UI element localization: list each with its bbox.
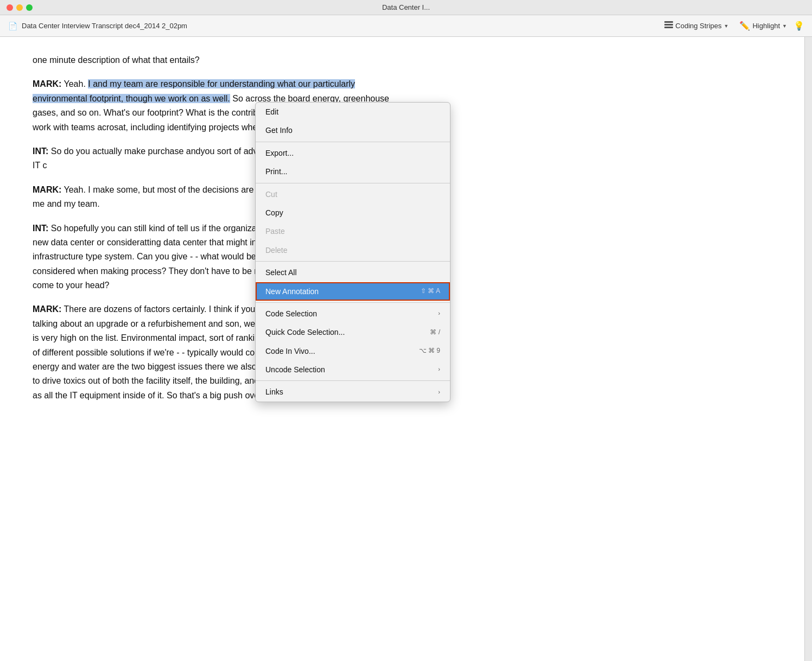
- window-controls: [7, 4, 33, 11]
- bulb-icon: 💡: [794, 21, 804, 31]
- menu-get-info-label: Get Info: [265, 124, 293, 136]
- menu-item-delete: Delete: [256, 241, 450, 259]
- menu-sep-3: [256, 261, 450, 262]
- speaker-mark-1: MARK:: [33, 79, 61, 88]
- menu-sep-4: [256, 302, 450, 303]
- title-bar: Data Center I...: [0, 0, 812, 15]
- menu-code-in-vivo-label: Code In Vivo...: [265, 345, 315, 357]
- menu-uncode-selection-arrow: ›: [438, 365, 440, 374]
- toolbar-right: Coding Stripes ▼ ✏️ Highlight ▼ 💡: [660, 18, 804, 33]
- menu-links-arrow: ›: [438, 387, 440, 397]
- highlight-arrow: ▼: [782, 23, 787, 29]
- menu-code-in-vivo-shortcut: ⌥ ⌘ 9: [419, 346, 440, 356]
- context-menu: Edit Get Info Export... Print... Cut Cop…: [255, 102, 451, 402]
- menu-print-label: Print...: [265, 166, 287, 177]
- close-button[interactable]: [7, 4, 13, 11]
- menu-item-export[interactable]: Export...: [256, 144, 450, 162]
- menu-item-cut: Cut: [256, 185, 450, 204]
- svg-rect-0: [664, 21, 673, 23]
- int-text-2a: So hopefully you can still kind of tell …: [51, 224, 200, 233]
- menu-item-select-all[interactable]: Select All: [256, 263, 450, 282]
- int-text-1: So do you actually make purchase an: [51, 147, 196, 156]
- highlight-label: Highlight: [752, 22, 780, 30]
- intro-text: one minute description of what that enta…: [33, 55, 200, 65]
- mark-text-2: Yeah. I make some, but most of th: [64, 185, 195, 194]
- menu-item-get-info[interactable]: Get Info: [256, 121, 450, 139]
- menu-item-quick-code[interactable]: Quick Code Selection... ⌘ /: [256, 323, 450, 341]
- menu-sep-1: [256, 142, 450, 142]
- menu-item-print[interactable]: Print...: [256, 162, 450, 181]
- menu-item-code-in-vivo[interactable]: Code In Vivo... ⌥ ⌘ 9: [256, 342, 450, 360]
- menu-item-code-selection[interactable]: Code Selection ›: [256, 304, 450, 323]
- speaker-mark-3: MARK:: [33, 304, 61, 314]
- menu-paste-label: Paste: [265, 225, 285, 237]
- speaker-int-1: INT:: [33, 147, 48, 156]
- menu-item-edit[interactable]: Edit: [256, 103, 450, 121]
- document-area: one minute description of what that enta…: [0, 37, 804, 661]
- svg-rect-2: [664, 27, 673, 28]
- menu-quick-code-shortcut: ⌘ /: [430, 327, 440, 338]
- minimize-button[interactable]: [16, 4, 23, 11]
- menu-item-links[interactable]: Links ›: [256, 383, 450, 401]
- int-hidden-2d: wh: [198, 252, 212, 261]
- menu-item-new-annotation[interactable]: New Annotation ⇧ ⌘ A: [256, 282, 450, 301]
- mark-highlighted-end: as well.: [201, 94, 230, 103]
- int-text-2d: infrastructure type system. Can you give…: [33, 252, 198, 261]
- menu-cut-label: Cut: [265, 188, 277, 200]
- mark-pre-highlight-1: Yeah.: [64, 79, 88, 88]
- coding-stripes-arrow: ▼: [724, 23, 729, 29]
- coding-stripes-button[interactable]: Coding Stripes ▼: [660, 19, 733, 33]
- mark-hidden-3b: e or a refurbishement and s: [123, 319, 230, 328]
- window-title: Data Center I...: [382, 3, 430, 11]
- menu-select-all-label: Select All: [265, 266, 297, 278]
- doc-icon: 📄: [8, 21, 17, 31]
- main-content: one minute description of what that enta…: [0, 37, 812, 661]
- menu-item-copy[interactable]: Copy: [256, 204, 450, 222]
- maximize-button[interactable]: [26, 4, 33, 11]
- menu-new-annotation-label: New Annotation: [265, 285, 319, 297]
- menu-sep-2: [256, 183, 450, 183]
- highlight-button[interactable]: ✏️ Highlight ▼: [735, 18, 791, 33]
- pencil-icon: ✏️: [739, 21, 750, 31]
- menu-uncode-selection-label: Uncode Selection: [265, 364, 325, 376]
- speaker-mark-2: MARK:: [33, 185, 61, 194]
- menu-item-uncode-selection[interactable]: Uncode Selection ›: [256, 360, 450, 379]
- menu-quick-code-label: Quick Code Selection...: [265, 326, 345, 338]
- coding-stripes-label: Coding Stripes: [675, 22, 721, 30]
- int-hidden-2e: en m: [88, 266, 108, 276]
- menu-edit-label: Edit: [265, 106, 278, 118]
- right-panel: [804, 37, 812, 661]
- stripes-icon: [664, 21, 673, 30]
- menu-sep-5: [256, 380, 450, 381]
- speaker-int-2: INT:: [33, 224, 48, 233]
- menu-new-annotation-shortcut: ⇧ ⌘ A: [421, 286, 440, 296]
- menu-export-label: Export...: [265, 147, 294, 159]
- toolbar: 📄 Data Center Interview Transcript dec4_…: [0, 15, 812, 37]
- intro-para: one minute description of what that enta…: [33, 53, 402, 67]
- mark-hidden-3c: h on the list. E: [72, 333, 126, 342]
- menu-item-paste: Paste: [256, 222, 450, 240]
- menu-code-selection-arrow: ›: [438, 309, 440, 319]
- mark-hidden-1: , and so on. What's our footprint? What …: [56, 108, 270, 117]
- menu-delete-label: Delete: [265, 244, 287, 256]
- int-hidden-1: d: [196, 147, 201, 156]
- mark-text-3a: There are dozens of factors certain: [64, 304, 198, 314]
- menu-copy-label: Copy: [265, 207, 283, 219]
- menu-links-label: Links: [265, 386, 283, 398]
- menu-code-selection-label: Code Selection: [265, 308, 317, 320]
- svg-rect-1: [664, 24, 673, 26]
- document-title: Data Center Interview Transcript dec4_20…: [22, 22, 656, 30]
- int-hidden-2b: onsiderat: [111, 238, 147, 247]
